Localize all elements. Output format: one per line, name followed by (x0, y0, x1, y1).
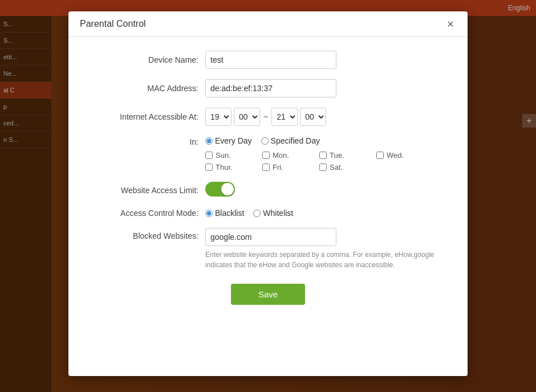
device-name-label: Device Name: (91, 55, 205, 64)
end-min-select[interactable]: 00 051015 202530 354045 5055 (300, 108, 326, 126)
dialog-body: Device Name: MAC Address: Internet Acces… (68, 37, 468, 322)
day-checkbox-grid: Sun. Mon. Tue. Wed. (205, 151, 445, 172)
specified-day-radio-label[interactable]: Specified Day (261, 136, 320, 145)
website-access-limit-row: Website Access Limit: (91, 182, 445, 198)
every-day-radio[interactable] (205, 137, 213, 145)
time-tilde: ~ (262, 112, 269, 121)
access-mode-control: Blacklist Whitelist (205, 209, 445, 218)
whitelist-label: Whitelist (263, 209, 293, 218)
tue-label: Tue. (330, 151, 344, 160)
time-control: 19 000102 030405 060708 091011 121314 15… (205, 108, 445, 126)
dialog-header: Parental Control × (68, 11, 468, 37)
wed-label: Wed. (387, 151, 404, 160)
sat-checkbox-label[interactable]: Sat. (319, 163, 376, 172)
blocked-websites-control: Enter website keywords separated by a co… (205, 228, 445, 270)
wed-checkbox-label[interactable]: Wed. (376, 151, 433, 160)
day-type-radio-group: Every Day Specified Day (205, 136, 445, 145)
close-button[interactable]: × (445, 18, 456, 30)
specified-day-label: Specified Day (271, 136, 320, 145)
specified-day-radio[interactable] (261, 137, 269, 145)
blacklist-label: Blacklist (215, 209, 244, 218)
every-day-label: Every Day (215, 136, 252, 145)
wed-checkbox[interactable] (376, 152, 384, 159)
save-button-row: Save (91, 284, 445, 305)
internet-time-row: Internet Accessible At: 19 000102 030405… (91, 108, 445, 126)
sun-checkbox[interactable] (205, 152, 213, 159)
fri-checkbox-label[interactable]: Fri. (262, 163, 319, 172)
blacklist-radio[interactable] (205, 210, 213, 217)
device-name-control (205, 51, 445, 69)
website-access-label: Website Access Limit: (91, 186, 205, 195)
blacklist-radio-label[interactable]: Blacklist (205, 209, 244, 218)
thur-checkbox-label[interactable]: Thur. (205, 163, 262, 172)
mac-address-row: MAC Address: (91, 79, 445, 97)
start-min-select[interactable]: 00 051015 202530 354045 5055 (234, 108, 260, 126)
mon-checkbox[interactable] (262, 152, 270, 159)
blocked-websites-label: Blocked Websites: (91, 228, 205, 240)
blocked-websites-input[interactable] (205, 228, 336, 246)
website-access-toggle[interactable] (205, 182, 235, 197)
mac-address-label: MAC Address: (91, 84, 205, 93)
whitelist-radio-label[interactable]: Whitelist (253, 209, 293, 218)
tue-checkbox[interactable] (319, 152, 327, 159)
access-control-label: Access Control Mode: (91, 209, 205, 218)
device-name-row: Device Name: (91, 51, 445, 69)
sat-label: Sat. (330, 163, 343, 172)
parental-control-dialog: Parental Control × Device Name: MAC Addr… (68, 11, 468, 376)
toggle-slider (205, 182, 235, 197)
device-name-input[interactable] (205, 51, 336, 69)
in-label: In: (91, 136, 205, 146)
sat-checkbox[interactable] (319, 164, 327, 171)
every-day-radio-label[interactable]: Every Day (205, 136, 252, 145)
sun-label: Sun. (216, 151, 231, 160)
in-row: In: Every Day Specified Day (91, 136, 445, 172)
mac-address-control (205, 79, 445, 97)
sun-checkbox-label[interactable]: Sun. (205, 151, 262, 160)
toggle-control (205, 182, 445, 198)
thur-label: Thur. (216, 163, 233, 172)
mon-checkbox-label[interactable]: Mon. (262, 151, 319, 160)
dialog-title: Parental Control (80, 19, 146, 29)
whitelist-radio[interactable] (253, 210, 261, 217)
time-selectors: 19 000102 030405 060708 091011 121314 15… (205, 108, 445, 126)
access-mode-options: Blacklist Whitelist (205, 209, 445, 218)
internet-accessible-label: Internet Accessible At: (91, 112, 205, 121)
start-hour-select[interactable]: 19 000102 030405 060708 091011 121314 15… (205, 108, 232, 126)
thur-checkbox[interactable] (205, 164, 213, 171)
blocked-websites-hint: Enter website keywords separated by a co… (205, 250, 445, 270)
tue-checkbox-label[interactable]: Tue. (319, 151, 376, 160)
access-control-mode-row: Access Control Mode: Blacklist Whitelist (91, 209, 445, 218)
blocked-websites-row: Blocked Websites: Enter website keywords… (91, 228, 445, 270)
save-button[interactable]: Save (231, 284, 305, 305)
mac-address-input[interactable] (205, 79, 336, 97)
end-hour-select[interactable]: 21 000102 030405 060708 091011 121314 15… (271, 108, 298, 126)
dialog-backdrop: Parental Control × Device Name: MAC Addr… (0, 0, 536, 392)
fri-label: Fri. (273, 163, 283, 172)
in-control: Every Day Specified Day Sun. (205, 136, 445, 172)
mon-label: Mon. (273, 151, 289, 160)
fri-checkbox[interactable] (262, 164, 270, 171)
